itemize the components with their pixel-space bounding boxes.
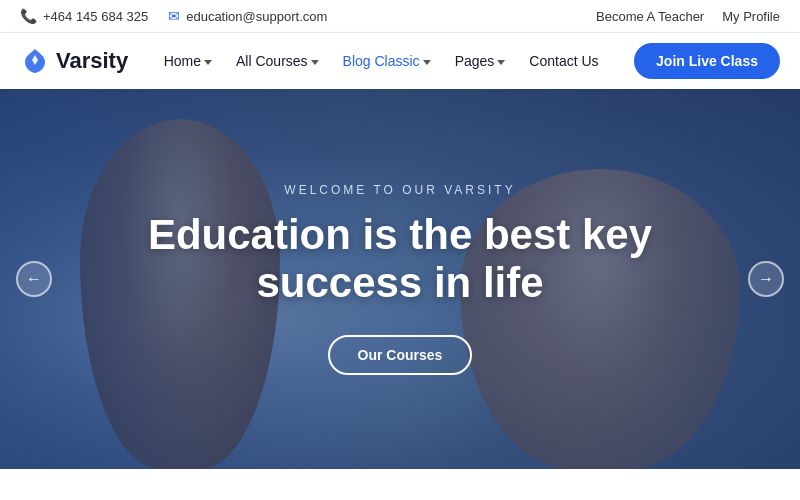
- email-address: education@support.com: [186, 9, 327, 24]
- email-item: ✉ education@support.com: [168, 8, 327, 24]
- nav-link-contact[interactable]: Contact Us: [519, 47, 608, 75]
- nav-links: Home All Courses WELCOME TO OUR VARSITY …: [154, 47, 609, 75]
- nav-label-pages: Pages: [455, 53, 495, 69]
- nav-item-contact[interactable]: Contact Us: [519, 47, 608, 75]
- nav-link-courses[interactable]: All Courses: [226, 47, 329, 75]
- phone-number: +464 145 684 325: [43, 9, 148, 24]
- our-courses-button[interactable]: Our Courses: [328, 335, 473, 375]
- join-live-class-button[interactable]: Join Live Class: [634, 43, 780, 79]
- nav-item-courses[interactable]: All Courses: [226, 47, 329, 75]
- nav-item-blog[interactable]: WELCOME TO OUR VARSITY Blog Classic: [333, 47, 441, 75]
- chevron-down-icon: [204, 60, 212, 65]
- hero-subtitle: WELCOME TO OUR VARSITY: [148, 183, 652, 197]
- nav-label-courses: All Courses: [236, 53, 308, 69]
- hero-next-arrow[interactable]: →: [748, 261, 784, 297]
- nav-label-home: Home: [164, 53, 201, 69]
- hero-content: WELCOME TO OUR VARSITY Education is the …: [128, 183, 672, 376]
- hero-title-line1: Education is the best key: [148, 211, 652, 258]
- nav-link-pages[interactable]: Pages: [445, 47, 516, 75]
- top-bar-contact: 📞 +464 145 684 325 ✉ education@support.c…: [20, 8, 327, 24]
- hero-title: Education is the best key success in lif…: [148, 211, 652, 308]
- logo-text: Varsity: [56, 48, 128, 74]
- logo-icon: [20, 46, 50, 76]
- top-bar: 📞 +464 145 684 325 ✉ education@support.c…: [0, 0, 800, 33]
- become-teacher-link[interactable]: Become A Teacher: [596, 9, 704, 24]
- chevron-down-icon: [311, 60, 319, 65]
- phone-icon: 📞: [20, 8, 37, 24]
- nav-label-blog-text: Blog Classic: [343, 53, 420, 69]
- nav-link-blog[interactable]: WELCOME TO OUR VARSITY Blog Classic: [333, 47, 441, 75]
- nav-item-home[interactable]: Home: [154, 47, 222, 75]
- chevron-down-icon: [497, 60, 505, 65]
- my-profile-link[interactable]: My Profile: [722, 9, 780, 24]
- logo[interactable]: Varsity: [20, 46, 128, 76]
- top-bar-links: Become A Teacher My Profile: [596, 9, 780, 24]
- nav-link-home[interactable]: Home: [154, 47, 222, 75]
- email-icon: ✉: [168, 8, 180, 24]
- chevron-down-icon: [423, 60, 431, 65]
- hero-prev-arrow[interactable]: ←: [16, 261, 52, 297]
- navbar: Varsity Home All Courses WELCOME TO OUR …: [0, 33, 800, 89]
- nav-label-contact: Contact Us: [529, 53, 598, 69]
- hero-section: WELCOME TO OUR VARSITY Education is the …: [0, 89, 800, 469]
- hero-title-line2: success in life: [256, 259, 543, 306]
- phone-item: 📞 +464 145 684 325: [20, 8, 148, 24]
- nav-item-pages[interactable]: Pages: [445, 47, 516, 75]
